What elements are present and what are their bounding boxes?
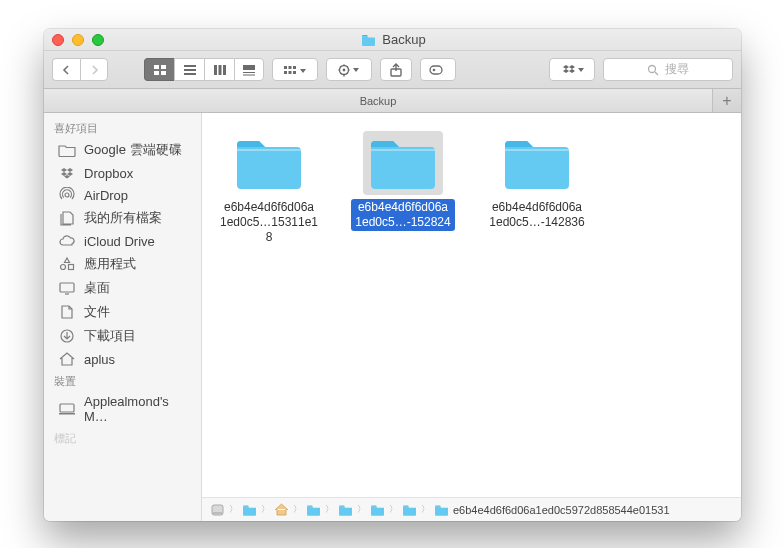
list-view-button[interactable] (174, 58, 204, 81)
chevron-right-icon: 〉 (293, 503, 302, 516)
window-title: Backup (104, 32, 683, 47)
svg-point-20 (343, 68, 346, 71)
folder-icon[interactable] (402, 504, 417, 516)
folder-icon (361, 34, 376, 46)
sidebar-item-label: 文件 (84, 303, 110, 321)
content-area: e6b4e4d6f6d06a1ed0c5…15311e18e6b4e4d6f6d… (202, 113, 741, 521)
sidebar-section-favorites: 喜好項目 (44, 117, 201, 138)
path-segment-label[interactable]: e6b4e4d6f6d06a1ed0c5972d858544e01531 (453, 504, 670, 516)
folder-icon (58, 142, 76, 158)
dropbox-button[interactable] (549, 58, 595, 81)
forward-button[interactable] (80, 58, 108, 81)
svg-rect-10 (243, 65, 255, 70)
coverflow-view-button[interactable] (234, 58, 264, 81)
sidebar-section-tags: 標記 (44, 427, 201, 448)
chevron-right-icon: 〉 (389, 503, 398, 516)
chevron-right-icon: 〉 (261, 503, 270, 516)
search-icon (647, 64, 659, 76)
allfiles-icon (58, 210, 76, 226)
sidebar-item[interactable]: 應用程式 (44, 252, 201, 276)
tag-button[interactable] (420, 58, 456, 81)
chevron-right-icon: 〉 (229, 503, 238, 516)
svg-rect-18 (293, 71, 296, 74)
mac-icon (58, 401, 76, 417)
search-field[interactable]: 搜尋 (603, 58, 733, 81)
folder-item[interactable]: e6b4e4d6f6d06a1ed0c5…-142836 (482, 133, 592, 231)
disk-icon[interactable] (210, 504, 225, 516)
dropbox-icon (58, 165, 76, 181)
close-button[interactable] (52, 34, 64, 46)
svg-rect-27 (69, 265, 74, 270)
sidebar-section-devices: 裝置 (44, 370, 201, 391)
minimize-button[interactable] (72, 34, 84, 46)
folder-icon[interactable] (242, 504, 257, 516)
sidebar-item[interactable]: iCloud Drive (44, 230, 201, 252)
svg-rect-32 (237, 149, 301, 151)
sidebar-item[interactable]: 我的所有檔案 (44, 206, 201, 230)
airdrop-icon (58, 187, 76, 203)
sidebar-item[interactable]: Google 雲端硬碟 (44, 138, 201, 162)
tab-label: Backup (360, 95, 397, 107)
folder-icon[interactable] (434, 504, 449, 516)
folder-item[interactable]: e6b4e4d6f6d06a1ed0c5…15311e18 (214, 133, 324, 246)
svg-rect-8 (218, 65, 221, 75)
svg-rect-1 (161, 65, 166, 69)
titlebar[interactable]: Backup (44, 29, 741, 51)
apps-icon (58, 256, 76, 272)
share-button[interactable] (380, 58, 412, 81)
folder-label: e6b4e4d6f6d06a1ed0c5…-142836 (485, 199, 588, 231)
sidebar-item[interactable]: 桌面 (44, 276, 201, 300)
folder-icon (363, 131, 443, 195)
sidebar-item[interactable]: 文件 (44, 300, 201, 324)
back-button[interactable] (52, 58, 80, 81)
sidebar-item-label: iCloud Drive (84, 234, 155, 249)
svg-point-25 (65, 193, 69, 197)
folder-item[interactable]: e6b4e4d6f6d06a1ed0c5…-152824 (348, 133, 458, 231)
folder-icon[interactable] (306, 504, 321, 516)
svg-point-26 (61, 265, 66, 270)
sidebar[interactable]: 喜好項目 Google 雲端硬碟DropboxAirDrop我的所有檔案iClo… (44, 113, 202, 521)
svg-rect-34 (505, 149, 569, 151)
sidebar-item[interactable]: aplus (44, 348, 201, 370)
folder-label: e6b4e4d6f6d06a1ed0c5…-152824 (351, 199, 454, 231)
zoom-button[interactable] (92, 34, 104, 46)
tab-bar: Backup + (44, 89, 741, 113)
icloud-icon (58, 233, 76, 249)
toolbar: 搜尋 (44, 51, 741, 89)
window-title-text: Backup (382, 32, 425, 47)
search-placeholder: 搜尋 (665, 61, 689, 78)
action-button[interactable] (326, 58, 372, 81)
home-icon (58, 351, 76, 367)
desktop-icon (58, 280, 76, 296)
folder-icon (499, 133, 575, 193)
svg-rect-33 (371, 149, 435, 151)
svg-rect-12 (243, 74, 255, 75)
svg-point-24 (649, 65, 656, 72)
sidebar-item[interactable]: Applealmond's M… (44, 391, 201, 427)
svg-rect-7 (214, 65, 217, 75)
sidebar-item-label: Dropbox (84, 166, 133, 181)
path-bar[interactable]: 〉〉〉〉〉〉〉 e6b4e4d6f6d06a1ed0c5972d858544e0… (202, 497, 741, 521)
tab[interactable]: Backup (44, 89, 713, 112)
svg-rect-28 (60, 283, 74, 292)
arrange-button[interactable] (272, 58, 318, 81)
icon-grid[interactable]: e6b4e4d6f6d06a1ed0c5…15311e18e6b4e4d6f6d… (202, 113, 741, 497)
svg-rect-6 (184, 73, 196, 75)
new-tab-button[interactable]: + (713, 89, 741, 112)
sidebar-item[interactable]: AirDrop (44, 184, 201, 206)
svg-rect-4 (184, 65, 196, 67)
folder-icon[interactable] (370, 504, 385, 516)
chevron-right-icon: 〉 (357, 503, 366, 516)
sidebar-item[interactable]: 下載項目 (44, 324, 201, 348)
finder-window: Backup 搜尋 Backup + 喜好項目 Googl (44, 29, 741, 521)
folder-label: e6b4e4d6f6d06a1ed0c5…15311e18 (214, 199, 324, 246)
icon-view-button[interactable] (144, 58, 174, 81)
folder-icon[interactable] (338, 504, 353, 516)
sidebar-item[interactable]: Dropbox (44, 162, 201, 184)
svg-point-23 (433, 68, 436, 71)
column-view-button[interactable] (204, 58, 234, 81)
svg-rect-16 (284, 71, 287, 74)
svg-rect-22 (430, 66, 442, 74)
home-icon[interactable] (274, 504, 289, 516)
chevron-right-icon: 〉 (325, 503, 334, 516)
